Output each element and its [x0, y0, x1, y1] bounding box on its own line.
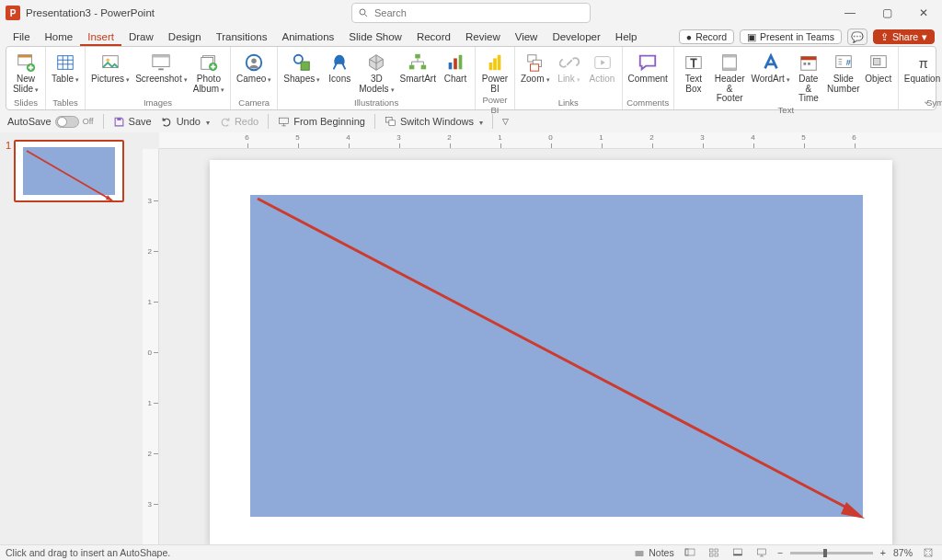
wordart-button[interactable]: WordArt: [750, 51, 790, 85]
date-time-button[interactable]: Date &Time: [793, 51, 824, 104]
minimize-button[interactable]: —: [832, 0, 868, 26]
slide-thumbnail-1[interactable]: [14, 140, 124, 202]
search-box[interactable]: Search: [351, 3, 591, 23]
chart-button[interactable]: Chart: [440, 51, 471, 85]
table-button[interactable]: Table: [50, 51, 81, 85]
svg-line-54: [258, 199, 854, 511]
red-arrow-shape[interactable]: [258, 199, 874, 524]
notes-button[interactable]: Notes: [633, 546, 673, 559]
record-button[interactable]: ● Record: [679, 29, 734, 44]
link-icon: [559, 52, 580, 73]
tab-design[interactable]: Design: [161, 29, 209, 46]
svg-rect-9: [159, 68, 165, 70]
qat-customize[interactable]: ▽: [502, 117, 509, 126]
ribbon-collapse-icon[interactable]: ⌄: [923, 96, 930, 106]
tab-view[interactable]: View: [508, 29, 546, 46]
autosave-toggle[interactable]: AutoSave Off: [7, 116, 94, 128]
tab-insert[interactable]: Insert: [80, 29, 121, 46]
svg-text:#: #: [846, 58, 851, 67]
close-button[interactable]: ✕: [905, 0, 942, 26]
header-footer-button[interactable]: Header& Footer: [711, 51, 749, 104]
svg-rect-33: [723, 68, 737, 71]
zoom-out-button[interactable]: −: [777, 547, 783, 558]
fit-to-window-button[interactable]: [920, 546, 936, 559]
tab-animations[interactable]: Animations: [274, 29, 341, 46]
svg-rect-25: [498, 55, 501, 71]
new-slide-button[interactable]: NewSlide: [10, 51, 41, 94]
pictures-button[interactable]: Pictures: [89, 51, 132, 85]
tab-file[interactable]: File: [6, 29, 38, 46]
slide-sorter-button[interactable]: [706, 546, 722, 559]
slide-number-icon: #: [833, 52, 854, 73]
svg-rect-64: [757, 549, 765, 554]
svg-rect-18: [409, 65, 415, 70]
tab-home[interactable]: Home: [38, 29, 81, 46]
tab-record[interactable]: Record: [409, 29, 458, 46]
redo-button[interactable]: Redo: [219, 116, 258, 128]
status-message: Click and drag to insert an AutoShape.: [6, 547, 170, 558]
zoom-slider[interactable]: [790, 552, 873, 554]
powerpoint-icon: P: [6, 6, 20, 20]
photo-album-button[interactable]: PhotoAlbum: [191, 51, 226, 94]
from-beginning-button[interactable]: From Beginning: [278, 116, 365, 128]
link-button[interactable]: Link: [554, 51, 585, 85]
switch-windows-button[interactable]: Switch Windows: [385, 116, 483, 128]
tab-developer[interactable]: Developer: [545, 29, 607, 46]
tab-draw[interactable]: Draw: [121, 29, 161, 46]
header-footer-icon: [719, 52, 740, 73]
zoom-button[interactable]: Zoom: [519, 51, 552, 85]
text-box-button[interactable]: TextBox: [678, 51, 709, 94]
svg-rect-59: [715, 549, 718, 552]
comment-button[interactable]: Comment: [626, 51, 670, 85]
svg-rect-8: [153, 55, 169, 58]
ribbon-tabs: FileHomeInsertDrawDesignTransitionsAnima…: [0, 26, 942, 46]
shapes-button[interactable]: Shapes: [281, 51, 322, 85]
vertical-ruler[interactable]: 3210123: [143, 149, 159, 544]
slideshow-view-button[interactable]: [753, 546, 770, 559]
tab-slide-show[interactable]: Slide Show: [341, 29, 409, 46]
horizontal-ruler[interactable]: 6543210123456: [159, 132, 942, 149]
undo-button[interactable]: Undo: [161, 116, 210, 128]
svg-rect-58: [709, 549, 713, 552]
slide-thumbnail-panel[interactable]: 1: [0, 132, 143, 544]
photo-album-icon: [199, 52, 219, 73]
svg-rect-36: [803, 63, 806, 65]
icons-button[interactable]: Icons: [324, 51, 355, 85]
maximize-button[interactable]: ▢: [868, 0, 905, 26]
share-button[interactable]: ⇪ Share ▾: [873, 29, 935, 44]
slide-number-button[interactable]: #SlideNumber: [826, 51, 861, 94]
zoom-in-button[interactable]: +: [880, 547, 886, 558]
search-placeholder: Search: [374, 7, 407, 18]
equation-button[interactable]: πEquation: [902, 51, 942, 85]
object-button[interactable]: Object: [863, 51, 894, 85]
present-in-teams-button[interactable]: ▣ Present in Teams: [740, 29, 842, 44]
save-button[interactable]: Save: [113, 116, 152, 128]
tab-review[interactable]: Review: [458, 29, 508, 46]
redo-icon: [219, 116, 231, 128]
wordart-icon: [761, 52, 781, 73]
slide[interactable]: [210, 160, 892, 544]
smartart-button[interactable]: SmartArt: [398, 51, 438, 85]
autosave-switch[interactable]: [55, 116, 79, 128]
date-time-icon: [798, 52, 819, 73]
slide-canvas[interactable]: [159, 149, 942, 544]
cameo-icon: [244, 52, 264, 73]
svg-line-52: [27, 151, 112, 200]
pictures-icon: [100, 52, 121, 73]
cameo-button[interactable]: Cameo: [235, 51, 273, 85]
svg-rect-48: [117, 118, 121, 120]
screenshot-button[interactable]: Screenshot: [133, 51, 190, 85]
ribbon-group-camera: CameoCamera: [231, 47, 278, 109]
svg-rect-63: [733, 554, 741, 556]
ribbon-group-slides: NewSlideSlides: [6, 47, 46, 109]
3d-models-button[interactable]: 3DModels: [357, 51, 396, 94]
comments-pane-button[interactable]: 💬: [847, 29, 867, 45]
window-controls: — ▢ ✕: [832, 0, 942, 26]
svg-point-14: [251, 58, 257, 63]
tab-transitions[interactable]: Transitions: [209, 29, 275, 46]
normal-view-button[interactable]: [682, 546, 698, 559]
action-button[interactable]: Action: [587, 51, 618, 85]
reading-view-button[interactable]: [729, 546, 746, 559]
powerbi-button[interactable]: PowerBI: [479, 51, 511, 94]
tab-help[interactable]: Help: [608, 29, 645, 46]
